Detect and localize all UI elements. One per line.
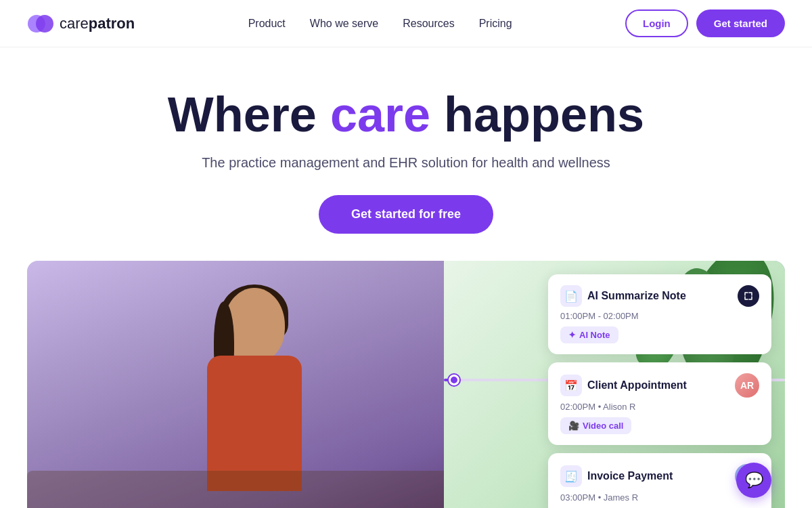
expand-icon	[744, 291, 753, 301]
ai-note-card: 📄 AI Summarize Note 01:00PM - 02:00PM ✦ …	[548, 274, 771, 354]
hero-visual: 📄 AI Summarize Note 01:00PM - 02:00PM ✦ …	[27, 261, 785, 508]
nav-product[interactable]: Product	[248, 18, 286, 30]
nav-links: Product Who we serve Resources Pricing	[248, 18, 512, 30]
document-icon: 📄	[560, 285, 582, 307]
invoice-icon: 🧾	[560, 465, 582, 487]
ai-note-time: 01:00PM - 02:00PM	[560, 311, 759, 321]
client-appt-header: 📅 Client Appointment AR	[560, 373, 759, 398]
hero-subtitle: The practice management and EHR solution…	[14, 155, 798, 171]
client-avatar: AR	[735, 373, 759, 398]
hero-title: Where care happens	[14, 88, 798, 142]
chat-bubble-button[interactable]: 💬	[736, 463, 771, 498]
ai-note-title: 📄 AI Summarize Note	[560, 285, 686, 307]
logo-text: carepatron	[60, 15, 135, 33]
invoice-header: 🧾 Invoice Payment JR	[560, 464, 759, 488]
navbar: carepatron Product Who we serve Resource…	[0, 0, 812, 47]
login-button[interactable]: Login	[625, 9, 688, 37]
nav-pricing[interactable]: Pricing	[479, 18, 512, 30]
hero-cta-button[interactable]: Get started for free	[319, 195, 493, 234]
ai-note-header: 📄 AI Summarize Note	[560, 285, 759, 307]
woman-image	[27, 261, 482, 508]
client-appt-time: 02:00PM • Alison R	[560, 402, 759, 412]
desk	[27, 471, 482, 508]
ai-note-badge: ✦ AI Note	[560, 326, 618, 343]
client-appt-title: 📅 Client Appointment	[560, 375, 687, 396]
nav-who-we-serve[interactable]: Who we serve	[310, 18, 378, 30]
calendar-icon: 📅	[560, 375, 582, 396]
hero-section: Where care happens The practice manageme…	[0, 47, 812, 261]
get-started-nav-button[interactable]: Get started	[696, 9, 785, 37]
invoice-title: 🧾 Invoice Payment	[560, 465, 673, 487]
expand-button[interactable]	[738, 285, 759, 307]
invoice-time: 03:00PM • James R	[560, 492, 759, 503]
timeline-dot	[449, 375, 459, 385]
logo[interactable]: carepatron	[27, 10, 135, 37]
client-appointment-card: 📅 Client Appointment AR 02:00PM • Alison…	[548, 362, 771, 445]
nav-resources[interactable]: Resources	[403, 18, 454, 30]
video-call-badge: 🎥 Video call	[560, 417, 631, 434]
logo-icon	[27, 10, 54, 37]
nav-actions: Login Get started	[625, 9, 785, 37]
svg-point-1	[36, 15, 53, 33]
